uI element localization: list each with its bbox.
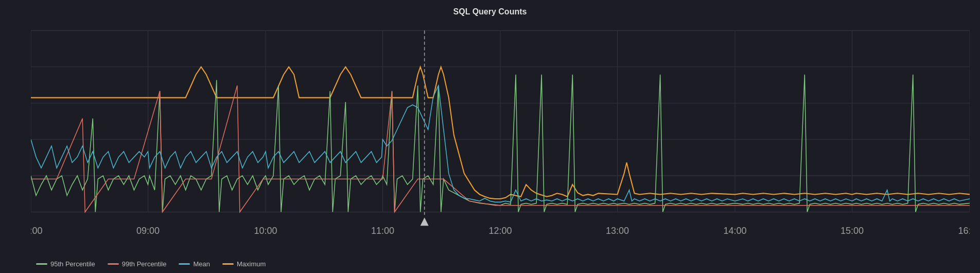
x-label-10: 10:00 <box>254 225 277 236</box>
x-label-09: 09:00 <box>136 225 160 236</box>
x-label-08: 08:00 <box>31 225 43 236</box>
x-label-14: 14:00 <box>723 225 746 236</box>
legend-item-95th: 95th Percentile <box>36 260 95 268</box>
legend-item-mean: Mean <box>179 260 210 268</box>
legend-label-maximum: Maximum <box>237 260 266 268</box>
x-label-15: 15:00 <box>841 225 864 236</box>
x-label-16: 16:00 <box>958 225 970 236</box>
legend-label-99th: 99th Percentile <box>122 260 167 268</box>
chart-legend: 95th Percentile 99th Percentile Mean Max… <box>0 256 980 273</box>
chart-container: SQL Query Counts <box>0 0 980 273</box>
chart-area: 0 200 400 600 800 1.0 K 08:00 09:00 10:0… <box>31 20 970 256</box>
x-label-13: 13:00 <box>606 225 629 236</box>
legend-color-95th <box>36 263 47 265</box>
legend-label-95th: 95th Percentile <box>50 260 95 268</box>
chart-title: SQL Query Counts <box>0 0 980 20</box>
legend-item-maximum: Maximum <box>222 260 266 268</box>
legend-color-99th <box>108 263 119 265</box>
x-label-12: 12:00 <box>488 225 512 236</box>
legend-label-mean: Mean <box>193 260 210 268</box>
legend-color-maximum <box>222 263 234 265</box>
legend-item-99th: 99th Percentile <box>108 260 167 268</box>
x-label-11: 11:00 <box>371 225 394 236</box>
legend-color-mean <box>179 263 190 265</box>
chart-svg: 0 200 400 600 800 1.0 K 08:00 09:00 10:0… <box>31 20 970 256</box>
